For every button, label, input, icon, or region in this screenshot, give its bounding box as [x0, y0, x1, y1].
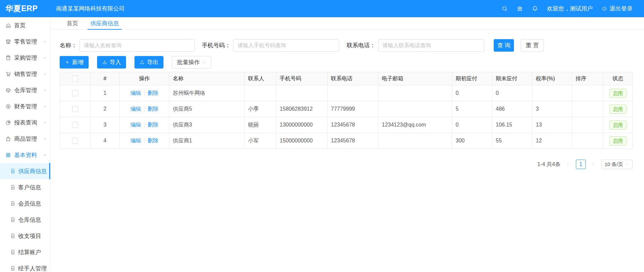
sidebar-item-finance[interactable]: 财务管理 — [0, 98, 50, 114]
tab-home[interactable]: 首页 — [61, 17, 84, 29]
mobile-cell — [276, 85, 328, 101]
mobile-search-input[interactable] — [233, 39, 339, 52]
delete-link[interactable]: 删除 — [148, 106, 158, 112]
sidebar-item-basic-data[interactable]: 基本资料 — [0, 147, 50, 163]
name-cell: 供应商3 — [170, 117, 245, 133]
batch-operation-label: 批量操作 — [177, 58, 200, 66]
sidebar-item-label: 销售管理 — [14, 70, 43, 78]
pagination-next-button[interactable] — [589, 160, 598, 169]
toolbar: 新增 导入 导出 批量操作 — [60, 56, 633, 69]
contact-cell: 小军 — [245, 133, 276, 149]
logout-button[interactable]: 退出登录 — [602, 5, 633, 12]
table-row: 4 编辑删除 供应商1 小军 15000000000 12345678 300 … — [60, 133, 633, 149]
sort-cell — [572, 133, 603, 149]
sidebar-item-income-expense[interactable]: 收支项目 — [0, 228, 50, 244]
sidebar-item-customer-info[interactable]: 客户信息 — [0, 179, 50, 195]
document-icon — [10, 249, 16, 255]
sidebar-item-label: 报表查询 — [14, 119, 43, 127]
edit-link[interactable]: 编辑 — [130, 90, 141, 96]
chevron-down-icon — [43, 121, 47, 125]
name-search-input[interactable] — [80, 39, 195, 52]
sidebar-item-label: 零售管理 — [14, 38, 43, 46]
sidebar-subitem-label: 经手人管理 — [18, 265, 47, 272]
notification-bell-icon[interactable] — [532, 5, 538, 12]
search-icon[interactable] — [501, 5, 508, 12]
column-header: 电子邮箱 — [378, 72, 452, 85]
begin-payable-cell: 0 — [452, 117, 492, 133]
row-select-checkbox[interactable] — [72, 106, 78, 112]
row-select-checkbox[interactable] — [72, 138, 78, 144]
contact-cell — [245, 85, 276, 101]
select-all-checkbox[interactable] — [72, 76, 78, 82]
sidebar-item-warehouse-info[interactable]: 仓库信息 — [0, 212, 50, 228]
tab-supplier-info[interactable]: 供应商信息 — [84, 17, 125, 29]
sidebar-item-settlement-account[interactable]: 结算账户 — [0, 244, 50, 260]
edit-link[interactable]: 编辑 — [130, 122, 141, 128]
import-button[interactable]: 导入 — [97, 56, 126, 69]
phone-search-input[interactable] — [378, 39, 484, 52]
status-cell: 启用 — [603, 133, 633, 149]
delete-link[interactable]: 删除 — [148, 122, 158, 128]
page-size-select[interactable]: 10 条/页 — [601, 160, 633, 169]
search-button[interactable]: 查 询 — [494, 39, 514, 52]
row-select-checkbox[interactable] — [72, 90, 78, 96]
row-actions-cell: 编辑删除 — [120, 101, 170, 117]
contact-cell: 晓丽 — [245, 117, 276, 133]
name-cell: 供应商5 — [170, 101, 245, 117]
email-cell — [378, 101, 452, 117]
document-icon — [10, 201, 16, 206]
sidebar-item-member-info[interactable]: 会员信息 — [0, 195, 50, 212]
batch-operation-button[interactable]: 批量操作 — [172, 56, 211, 69]
table-row: 3 编辑删除 供应商3 晓丽 13000000000 12345678 1234… — [60, 117, 633, 133]
row-number-cell: 3 — [91, 117, 120, 133]
logout-label: 退出登录 — [610, 5, 633, 12]
pagination-prev-button[interactable] — [564, 160, 573, 169]
row-actions-cell: 编辑删除 — [120, 85, 170, 101]
status-badge: 启用 — [610, 136, 626, 145]
row-select-checkbox[interactable] — [72, 122, 78, 128]
edit-link[interactable]: 编辑 — [130, 138, 141, 143]
sidebar-item-handler-management[interactable]: 经手人管理 — [0, 260, 50, 272]
status-badge: 启用 — [610, 89, 626, 98]
main-area: 首页 供应商信息 名称： 手机号码： 联系电话： 查 询 重 置 — [51, 17, 644, 272]
add-button[interactable]: 新增 — [60, 56, 89, 69]
end-payable-cell: 106.15 — [492, 117, 532, 133]
pagination-page-1-button[interactable]: 1 — [576, 160, 586, 169]
sidebar-item-warehouse[interactable]: 仓库管理 — [0, 82, 50, 98]
sidebar-subitem-label: 供应商信息 — [18, 167, 47, 175]
delete-link[interactable]: 删除 — [148, 138, 158, 143]
sidebar-item-supplier-info[interactable]: 供应商信息 — [0, 163, 50, 179]
sidebar-item-goods[interactable]: 商品管理 — [0, 131, 50, 147]
sidebar-item-purchase[interactable]: 采购管理 — [0, 50, 50, 66]
phone-cell: 12345678 — [328, 117, 378, 133]
chevron-right-icon — [591, 162, 595, 167]
delete-link[interactable]: 删除 — [148, 90, 158, 96]
company-name: 南通某某网络科技有限公司 — [56, 5, 125, 12]
row-actions-cell: 编辑删除 — [120, 117, 170, 133]
sidebar-item-label: 仓库管理 — [14, 86, 43, 94]
chevron-down-icon — [43, 72, 47, 76]
chevron-down-icon — [625, 163, 629, 166]
edit-link[interactable]: 编辑 — [130, 106, 141, 112]
phone-filter-label: 联系电话： — [347, 42, 375, 49]
sidebar-item-sales[interactable]: 销售管理 — [0, 66, 50, 82]
select-all-header — [60, 72, 91, 85]
sidebar-item-home[interactable]: 首页 — [0, 17, 50, 33]
email-cell — [378, 85, 452, 101]
phone-cell: 77779999 — [328, 101, 378, 117]
end-payable-cell: 486 — [492, 101, 532, 117]
chevron-left-icon — [566, 162, 570, 167]
purchase-icon — [5, 55, 11, 61]
sidebar-item-retail[interactable]: 零售管理 — [0, 33, 50, 50]
content-panel: 名称： 手机号码： 联系电话： 查 询 重 置 新增 导入 — [51, 30, 633, 169]
column-header: 状态 — [603, 72, 633, 85]
platform-icon[interactable] — [517, 5, 523, 12]
status-cell: 启用 — [603, 85, 633, 101]
column-header: 手机号码 — [276, 72, 328, 85]
document-icon — [10, 185, 16, 190]
export-button[interactable]: 导出 — [134, 56, 163, 69]
column-header: 期初应付 — [452, 72, 492, 85]
reset-button[interactable]: 重 置 — [521, 39, 544, 52]
sidebar-item-report[interactable]: 报表查询 — [0, 114, 50, 131]
name-filter-group: 名称： — [60, 39, 195, 52]
